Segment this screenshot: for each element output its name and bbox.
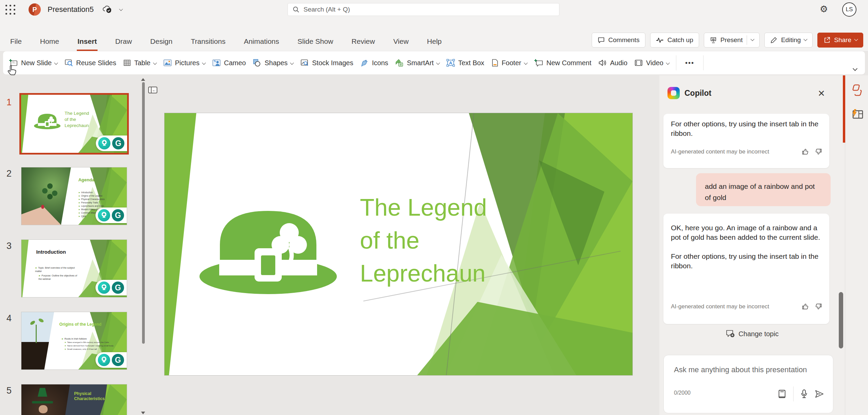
thumbnails-scroll-down-icon[interactable] (141, 412, 145, 414)
table-button[interactable]: Table (123, 59, 156, 67)
icons-button[interactable]: Icons (360, 59, 388, 67)
tab-slide-show[interactable]: Slide Show (297, 37, 334, 51)
thumbs-down-icon[interactable] (815, 148, 822, 156)
ai-disclaimer: AI-generated content may be incorrect (671, 303, 769, 310)
user-avatar[interactable]: LS (842, 2, 856, 17)
thumbs-up-icon[interactable] (801, 303, 809, 310)
tab-animations[interactable]: Animations (243, 37, 280, 51)
tab-file[interactable]: File (10, 37, 22, 51)
title-dropdown-chevron-icon[interactable] (120, 8, 122, 11)
editing-dropdown-chevron-icon[interactable] (804, 37, 808, 41)
audio-button[interactable]: Audio (598, 59, 627, 67)
comments-button[interactable]: Comments (592, 33, 645, 48)
cameo-icon (212, 59, 221, 67)
table-chevron-icon[interactable] (153, 61, 157, 65)
thumbs-up-icon[interactable] (801, 148, 809, 156)
slide-number[interactable]: 3 (0, 241, 12, 251)
editing-mode-button[interactable]: Editing (764, 33, 813, 48)
grammarly-suggestion-icon (98, 282, 110, 294)
text-box-button[interactable]: A Text Box (446, 59, 484, 67)
powerpoint-logo-icon[interactable]: P (29, 3, 41, 16)
copilot-message-text: For other options, try using the insert … (663, 242, 829, 271)
tab-design[interactable]: Design (150, 37, 173, 51)
video-icon (634, 59, 643, 67)
stock-images-button[interactable]: Stock Images (300, 59, 353, 67)
designer-rail-icon[interactable] (850, 109, 864, 120)
character-counter: 0/2000 (674, 390, 691, 396)
pictures-button[interactable]: Pictures (163, 59, 205, 67)
footer-button[interactable]: Footer (491, 59, 527, 67)
settings-gear-icon[interactable]: ⚙ (820, 4, 828, 14)
grammarly-badge[interactable]: G (96, 352, 127, 368)
slide-number[interactable]: 2 (0, 168, 12, 179)
slide-number[interactable]: 4 (0, 313, 12, 324)
thumbnail-title: Physical Characteristics (74, 391, 116, 401)
dictate-mic-icon[interactable] (800, 389, 808, 399)
cloud-saved-icon[interactable] (102, 5, 112, 14)
collapse-ribbon-chevron-icon[interactable] (853, 67, 857, 70)
pencil-icon (770, 36, 778, 44)
slide-thumbnail-4[interactable]: Origins of the Legend ►Roots in Irish fo… (21, 312, 127, 370)
slide-thumbnail-2[interactable]: Agenda ►Introduction ►Origins of the Leg… (21, 167, 127, 225)
thumbnails-scroll-up-icon[interactable] (141, 78, 145, 81)
activity-icon (656, 37, 664, 43)
slide-title[interactable]: The Legend of the Leprechaun (360, 191, 487, 290)
tab-insert[interactable]: Insert (77, 37, 98, 51)
close-copilot-icon[interactable]: ✕ (816, 88, 827, 99)
thumbnails-scrollbar[interactable] (142, 82, 145, 344)
grammarly-badge[interactable]: G (96, 208, 127, 223)
thumbs-down-icon[interactable] (815, 303, 822, 310)
smartart-chevron-icon[interactable] (436, 61, 440, 65)
app-launcher-icon[interactable] (5, 5, 16, 15)
active-pane-accent (843, 75, 845, 143)
tab-transitions[interactable]: Transitions (190, 37, 226, 51)
present-button[interactable]: Present (704, 33, 760, 48)
icons-bird-icon (360, 59, 369, 67)
send-icon[interactable] (815, 390, 824, 398)
search-icon (293, 6, 299, 13)
slide-number[interactable]: 1 (0, 97, 12, 108)
slide-thumbnail-5[interactable]: Physical Characteristics ►Depicted as li… (21, 384, 127, 415)
slide-thumbnail-1[interactable]: The Legend of the Leprechaun G (19, 93, 129, 155)
grammarly-g-icon: G (112, 209, 124, 221)
shapes-button[interactable]: Shapes (253, 59, 293, 67)
document-title[interactable]: Presentation5 (48, 5, 94, 14)
collapse-thumbnail-pane-button[interactable]: ← (148, 87, 157, 93)
grammarly-badge[interactable]: G (96, 136, 127, 151)
new-slide-chevron-icon[interactable] (54, 61, 58, 65)
tab-home[interactable]: Home (39, 37, 60, 51)
change-topic-button[interactable]: Change topic (722, 327, 782, 340)
tab-view[interactable]: View (393, 37, 409, 51)
video-button[interactable]: Video (634, 59, 669, 67)
leprechaun-hat-graphic[interactable] (197, 194, 340, 303)
slide-canvas[interactable]: The Legend of the Leprechaun (164, 113, 633, 376)
copilot-scrollbar[interactable] (839, 292, 843, 348)
new-slide-button[interactable]: New Slide (9, 59, 57, 67)
tab-draw[interactable]: Draw (115, 37, 133, 51)
smartart-button[interactable]: SmartArt (395, 59, 439, 67)
prompt-library-icon[interactable] (778, 389, 786, 399)
pictures-chevron-icon[interactable] (202, 61, 206, 65)
new-comment-button[interactable]: New Comment (534, 59, 591, 67)
catch-up-button[interactable]: Catch up (650, 33, 699, 48)
shapes-chevron-icon[interactable] (290, 61, 294, 65)
cameo-button[interactable]: Cameo (212, 59, 246, 67)
grammarly-badge[interactable]: G (96, 280, 127, 295)
copilot-message-text: OK, here you go. An image of a rainbow a… (663, 214, 829, 242)
slide-thumbnail-3[interactable]: Introduction ►Topic: Brief overview of t… (21, 239, 127, 297)
share-button[interactable]: Share (817, 33, 863, 48)
tab-review[interactable]: Review (351, 37, 376, 51)
search-input[interactable]: Search (Alt + Q) (288, 3, 559, 16)
copilot-message: OK, here you go. An image of a rainbow a… (663, 214, 829, 324)
slide-number[interactable]: 5 (0, 385, 12, 396)
ribbon-overflow-button[interactable]: ••• (683, 59, 696, 67)
footer-chevron-icon[interactable] (524, 61, 527, 65)
tab-help[interactable]: Help (426, 37, 442, 51)
reuse-slides-button[interactable]: Reuse Slides (64, 59, 116, 67)
leprechaun-photo (21, 384, 70, 415)
present-dropdown-chevron-icon[interactable] (751, 37, 754, 41)
copilot-rail-icon[interactable] (850, 84, 864, 96)
copilot-input[interactable]: Ask me anything about this presentation … (663, 355, 833, 413)
video-chevron-icon[interactable] (666, 61, 670, 65)
share-dropdown-chevron-icon[interactable] (854, 37, 858, 41)
